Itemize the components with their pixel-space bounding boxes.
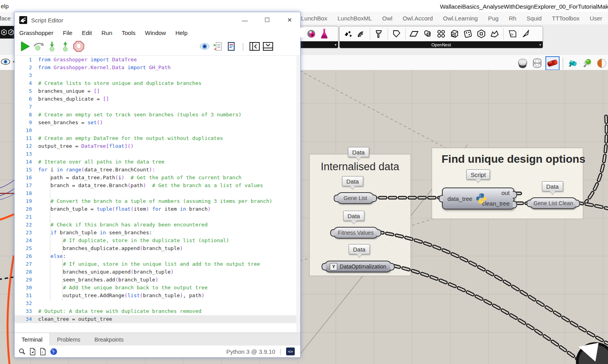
close-button[interactable]: ✕ [281, 12, 299, 28]
save-file-icon[interactable]: * [40, 348, 46, 355]
input-nub [330, 229, 334, 237]
data-tag[interactable]: Data [349, 244, 370, 254]
eye-icon[interactable] [1, 57, 11, 66]
gene-list-param[interactable]: Gene List [336, 192, 374, 204]
code-line: 2from Grasshopper.Kernel.Data import GH_… [15, 64, 300, 72]
plugin-tab-squid[interactable]: Squid [527, 15, 541, 22]
scatter-pieces-icon[interactable] [342, 28, 354, 40]
dice-icon[interactable] [462, 28, 474, 40]
menu-grasshopper[interactable]: Grasshopper [19, 29, 54, 36]
run-button[interactable] [18, 40, 32, 53]
group-expand-arrow-icon[interactable]: ▾ [539, 43, 541, 47]
code-scrollbar[interactable] [296, 56, 300, 332]
plugin-tab-rh[interactable]: Rh [509, 15, 516, 22]
display-eye-dropdown[interactable]: ▼ [1, 57, 15, 66]
menu-edit[interactable]: Edit [82, 29, 92, 36]
menu-tools[interactable]: Tools [122, 29, 135, 36]
language-mode-icon[interactable]: <> [286, 347, 295, 355]
script-tag[interactable]: Script [466, 169, 490, 180]
teal-bake-icon[interactable] [566, 57, 579, 70]
menu-run[interactable]: Run [102, 29, 113, 36]
script-editor-titlebar[interactable]: 8 Script Editor — ☐ ✕ [15, 12, 300, 28]
step-into-button[interactable] [45, 40, 59, 53]
watch-eye-icon[interactable] [198, 40, 211, 53]
line-number: 1 [15, 56, 38, 64]
fitness-values-param[interactable]: Fitness Values [333, 227, 379, 239]
pink-flask-icon[interactable] [319, 28, 329, 40]
step-over-button[interactable] [32, 40, 45, 53]
group-expand-arrow-icon[interactable]: ▾ [334, 43, 336, 47]
toggle-bottom-panel-icon[interactable] [261, 40, 275, 53]
four-circles-icon[interactable] [435, 28, 447, 40]
code-editor[interactable]: 1from Grasshopper import DataTree2from G… [15, 55, 300, 333]
orange-sphere-icon[interactable] [595, 57, 608, 70]
line-number: 18 [15, 189, 38, 197]
help-icon[interactable]: ? [50, 348, 57, 355]
line-number: 29 [15, 276, 38, 284]
menu-file[interactable]: File [63, 29, 72, 36]
python-script-component[interactable]: data_tree out clean_tree [442, 188, 514, 210]
gene-list-clean-param[interactable]: Gene List Clean [529, 197, 577, 209]
minimize-button[interactable]: — [236, 12, 254, 28]
fx-box-icon[interactable]: fx [506, 28, 518, 40]
menu-help[interactable]: Help [176, 29, 188, 36]
rhino-surface-menu-partial[interactable]: rface [0, 15, 11, 22]
fox-icon[interactable] [489, 28, 501, 40]
screen: elp WallaceiBasics_AnalyseWithDesignExpl… [0, 0, 608, 364]
code-line: 10 [15, 127, 300, 134]
kite-icon[interactable] [520, 28, 532, 40]
data-optimalization-param[interactable]: Y DataOptimalization [324, 261, 392, 272]
data-tag[interactable]: Data [542, 181, 563, 191]
parallelogram-icon[interactable] [408, 28, 420, 40]
code-line: 4# Create lists to store unique and dupl… [15, 79, 300, 87]
rhino-help-menu-partial[interactable]: elp [1, 3, 9, 9]
red-cylinder-preview-icon[interactable] [545, 56, 560, 70]
plugin-tab-owl-accord[interactable]: Owl.Accord [403, 15, 433, 22]
plugin-tab-owl[interactable]: Owl [382, 15, 392, 22]
wireframe-preview-icon[interactable] [531, 57, 543, 70]
hexagon-pen-icon[interactable] [8, 29, 14, 35]
line-number: 32 [15, 300, 38, 307]
tab-problems[interactable]: Problems [50, 333, 87, 346]
code-line: 18 [15, 189, 300, 197]
plugin-tab-user[interactable]: User [590, 15, 602, 22]
shaded-preview-icon[interactable] [516, 57, 529, 70]
toggle-left-panel-icon[interactable] [248, 40, 261, 53]
pink-eye-icon[interactable] [306, 28, 318, 40]
code-line: 29 seen_branches.add(branch_tuple) [15, 276, 300, 284]
script-details-icon[interactable] [225, 40, 238, 53]
plugin-tab-lunchbox[interactable]: LunchBox [301, 15, 327, 22]
green-bake-icon[interactable] [581, 57, 593, 70]
menu-window[interactable]: Window [145, 29, 166, 36]
nested-shapes-icon[interactable] [422, 28, 434, 40]
plugin-tab-pug[interactable]: Pug [488, 15, 499, 22]
data-tag[interactable]: Data [343, 211, 364, 221]
data-tag[interactable]: Data [342, 176, 363, 186]
plugin-tab-lunchboxml[interactable]: LunchBoxML [338, 15, 372, 22]
tab-breakpoints[interactable]: Breakpoints [87, 333, 131, 346]
data-tag[interactable]: Data [348, 147, 369, 157]
open-script-icon[interactable] [211, 40, 225, 53]
step-out-button[interactable] [59, 40, 72, 53]
plugin-tab-tttoolbox[interactable]: TTToolbox [552, 15, 579, 22]
new-file-icon[interactable] [30, 348, 36, 355]
tab-terminal[interactable]: Terminal [15, 333, 50, 346]
maximize-button[interactable]: ☐ [258, 12, 276, 28]
hexagon-part-icon[interactable] [475, 28, 487, 40]
input-nub [439, 195, 443, 202]
line-number: 23 [15, 229, 38, 237]
plugin-tab-owl-learning[interactable]: Owl.Learning [443, 15, 478, 22]
hexagon-icon[interactable] [1, 29, 7, 35]
search-icon[interactable] [18, 348, 26, 355]
signal-arcs-icon[interactable] [355, 28, 367, 40]
stop-button[interactable] [72, 40, 85, 53]
code-line: 28 branches_unique.append(branch_tuple) [15, 268, 300, 276]
python-version-label[interactable]: Python 3 @ 3.9.10 [226, 348, 275, 355]
opennest-label-bar[interactable]: OpenNest ▾ [340, 41, 543, 48]
toolbar-group-label-bar[interactable]: ▾ [296, 41, 338, 48]
code-line: 6branches_duplicate = [] [15, 95, 300, 103]
sheet-tag-icon[interactable] [391, 28, 403, 40]
box-3d-icon[interactable] [449, 28, 460, 40]
status-bar: * ? Python 3 @ 3.9.10 | <> [15, 346, 300, 357]
hammer-icon[interactable] [373, 28, 385, 40]
